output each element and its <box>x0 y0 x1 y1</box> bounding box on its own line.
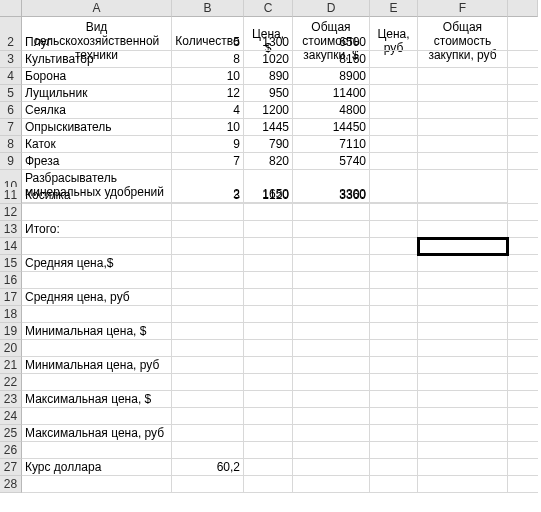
cell-C18[interactable] <box>244 306 293 323</box>
row-header-14[interactable]: 14 <box>0 238 22 255</box>
cell-D22[interactable] <box>293 374 370 391</box>
cell-F2[interactable] <box>418 34 508 51</box>
cell-C13[interactable] <box>244 221 293 238</box>
cell-E13[interactable] <box>370 221 418 238</box>
cell-C7[interactable]: 1445 <box>244 119 293 136</box>
cell-D12[interactable] <box>293 204 370 221</box>
cell-A23[interactable]: Максимальная цена, $ <box>22 391 172 408</box>
cell-F28[interactable] <box>418 476 508 493</box>
row-header-21[interactable]: 21 <box>0 357 22 374</box>
cell-F3[interactable] <box>418 51 508 68</box>
cell-D20[interactable] <box>293 340 370 357</box>
cell-B17[interactable] <box>172 289 244 306</box>
cell-F26[interactable] <box>418 442 508 459</box>
cell-F25[interactable] <box>418 425 508 442</box>
cell-C17[interactable] <box>244 289 293 306</box>
cell-B14[interactable] <box>172 238 244 255</box>
col-header-E[interactable]: E <box>370 0 418 17</box>
cell-C20[interactable] <box>244 340 293 357</box>
cell-E7[interactable] <box>370 119 418 136</box>
cell-C11[interactable]: 1120 <box>244 187 293 204</box>
cell-F21[interactable] <box>418 357 508 374</box>
cell-B18[interactable] <box>172 306 244 323</box>
cell-B7[interactable]: 10 <box>172 119 244 136</box>
cell-B26[interactable] <box>172 442 244 459</box>
cell-B3[interactable]: 8 <box>172 51 244 68</box>
cell-E15[interactable] <box>370 255 418 272</box>
cell-C5[interactable]: 950 <box>244 85 293 102</box>
cell-D15[interactable] <box>293 255 370 272</box>
cell-A9[interactable]: Фреза <box>22 153 172 170</box>
cell-E22[interactable] <box>370 374 418 391</box>
row-header-23[interactable]: 23 <box>0 391 22 408</box>
cell-C3[interactable]: 1020 <box>244 51 293 68</box>
cell-D28[interactable] <box>293 476 370 493</box>
row-header-17[interactable]: 17 <box>0 289 22 306</box>
cell-D5[interactable]: 11400 <box>293 85 370 102</box>
row-header-12[interactable]: 12 <box>0 204 22 221</box>
cell-D6[interactable]: 4800 <box>293 102 370 119</box>
row-header-3[interactable]: 3 <box>0 51 22 68</box>
select-all-corner[interactable] <box>0 0 22 17</box>
row-header-16[interactable]: 16 <box>0 272 22 289</box>
cell-C27[interactable] <box>244 459 293 476</box>
cell-B4[interactable]: 10 <box>172 68 244 85</box>
row-header-18[interactable]: 18 <box>0 306 22 323</box>
cell-A19[interactable]: Минимальная цена, $ <box>22 323 172 340</box>
cell-C15[interactable] <box>244 255 293 272</box>
cell-B9[interactable]: 7 <box>172 153 244 170</box>
cell-B15[interactable] <box>172 255 244 272</box>
cell-D17[interactable] <box>293 289 370 306</box>
col-header-F[interactable]: F <box>418 0 508 17</box>
cell-D8[interactable]: 7110 <box>293 136 370 153</box>
cell-E19[interactable] <box>370 323 418 340</box>
cell-D4[interactable]: 8900 <box>293 68 370 85</box>
cell-C8[interactable]: 790 <box>244 136 293 153</box>
cell-A24[interactable] <box>22 408 172 425</box>
cell-E26[interactable] <box>370 442 418 459</box>
col-header-B[interactable]: B <box>172 0 244 17</box>
cell-D3[interactable]: 8160 <box>293 51 370 68</box>
cell-B27[interactable]: 60,2 <box>172 459 244 476</box>
row-header-9[interactable]: 9 <box>0 153 22 170</box>
cell-F5[interactable] <box>418 85 508 102</box>
cell-A22[interactable] <box>22 374 172 391</box>
cell-A8[interactable]: Каток <box>22 136 172 153</box>
cell-E27[interactable] <box>370 459 418 476</box>
cell-E5[interactable] <box>370 85 418 102</box>
cell-B6[interactable]: 4 <box>172 102 244 119</box>
cell-A17[interactable]: Средняя цена, руб <box>22 289 172 306</box>
cell-B24[interactable] <box>172 408 244 425</box>
row-header-13[interactable]: 13 <box>0 221 22 238</box>
cell-C26[interactable] <box>244 442 293 459</box>
cell-D23[interactable] <box>293 391 370 408</box>
spreadsheet-grid[interactable]: ABCDEF1Вид сельскохозяйственной техникиК… <box>0 0 541 493</box>
cell-E8[interactable] <box>370 136 418 153</box>
cell-A18[interactable] <box>22 306 172 323</box>
cell-A28[interactable] <box>22 476 172 493</box>
cell-D13[interactable] <box>293 221 370 238</box>
cell-A20[interactable] <box>22 340 172 357</box>
cell-C28[interactable] <box>244 476 293 493</box>
row-header-7[interactable]: 7 <box>0 119 22 136</box>
cell-B13[interactable] <box>172 221 244 238</box>
cell-F24[interactable] <box>418 408 508 425</box>
cell-A16[interactable] <box>22 272 172 289</box>
cell-D11[interactable]: 3360 <box>293 187 370 204</box>
cell-B20[interactable] <box>172 340 244 357</box>
cell-E28[interactable] <box>370 476 418 493</box>
cell-D24[interactable] <box>293 408 370 425</box>
cell-E24[interactable] <box>370 408 418 425</box>
cell-A6[interactable]: Сеялка <box>22 102 172 119</box>
cell-F11[interactable] <box>418 187 508 204</box>
row-header-26[interactable]: 26 <box>0 442 22 459</box>
cell-F18[interactable] <box>418 306 508 323</box>
row-header-5[interactable]: 5 <box>0 85 22 102</box>
cell-A12[interactable] <box>22 204 172 221</box>
cell-F12[interactable] <box>418 204 508 221</box>
cell-F8[interactable] <box>418 136 508 153</box>
cell-C12[interactable] <box>244 204 293 221</box>
row-header-8[interactable]: 8 <box>0 136 22 153</box>
cell-E17[interactable] <box>370 289 418 306</box>
row-header-28[interactable]: 28 <box>0 476 22 493</box>
